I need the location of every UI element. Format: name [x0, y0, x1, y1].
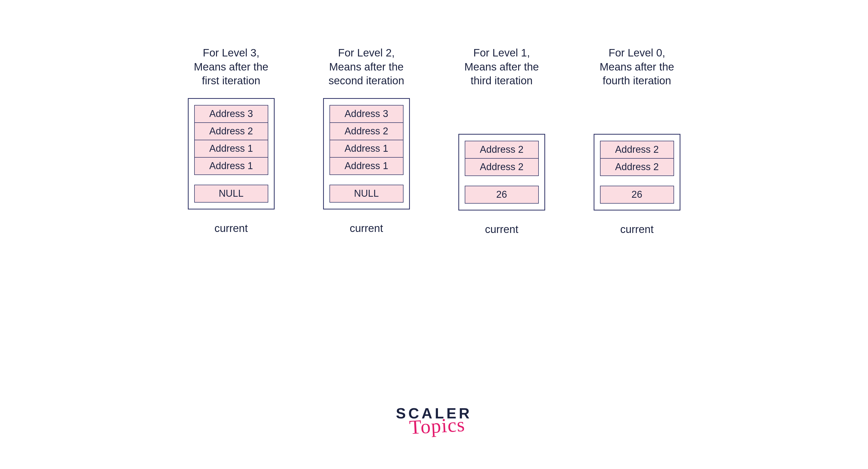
- address-cell: Address 1: [330, 140, 403, 157]
- column-footer: current: [485, 223, 518, 236]
- column-level-2: For Level 2, Means after the second iter…: [315, 46, 417, 235]
- column-footer: current: [350, 222, 383, 235]
- address-cell: Address 2: [600, 141, 674, 158]
- address-cell: Address 2: [465, 158, 539, 176]
- column-header: For Level 1, Means after the third itera…: [465, 46, 539, 88]
- address-cell: Address 1: [194, 140, 268, 157]
- column-level-3: For Level 3, Means after the first itera…: [180, 46, 282, 235]
- value-cell: NULL: [194, 185, 268, 203]
- value-cell: 26: [600, 186, 674, 204]
- address-cell: Address 2: [600, 158, 674, 176]
- value-cell: 26: [465, 186, 539, 204]
- address-cell: Address 1: [330, 157, 403, 175]
- logo-sub-text: Topics: [399, 417, 475, 435]
- scaler-topics-logo: SCALER Topics: [396, 406, 472, 433]
- column-header: For Level 2, Means after the second iter…: [329, 46, 404, 88]
- value-cell: NULL: [330, 185, 403, 203]
- column-header: For Level 3, Means after the first itera…: [194, 46, 269, 88]
- diagram-container: For Level 3, Means after the first itera…: [0, 0, 868, 236]
- column-footer: current: [214, 222, 248, 235]
- address-cell: Address 3: [330, 105, 403, 123]
- column-header: For Level 0, Means after the fourth iter…: [600, 46, 674, 88]
- column-level-1: For Level 1, Means after the third itera…: [451, 46, 553, 236]
- column-level-0: For Level 0, Means after the fourth iter…: [586, 46, 688, 236]
- address-cell: Address 3: [194, 105, 268, 123]
- node-box: Address 3 Address 2 Address 1 Address 1 …: [188, 98, 275, 209]
- address-cell: Address 1: [194, 157, 268, 175]
- address-cell: Address 2: [465, 141, 539, 158]
- node-box: Address 2 Address 2 26: [594, 134, 680, 210]
- node-box: Address 3 Address 2 Address 1 Address 1 …: [323, 98, 410, 209]
- node-box: Address 2 Address 2 26: [458, 134, 545, 210]
- address-cell: Address 2: [194, 122, 268, 140]
- column-footer: current: [620, 223, 654, 236]
- address-cell: Address 2: [330, 122, 403, 140]
